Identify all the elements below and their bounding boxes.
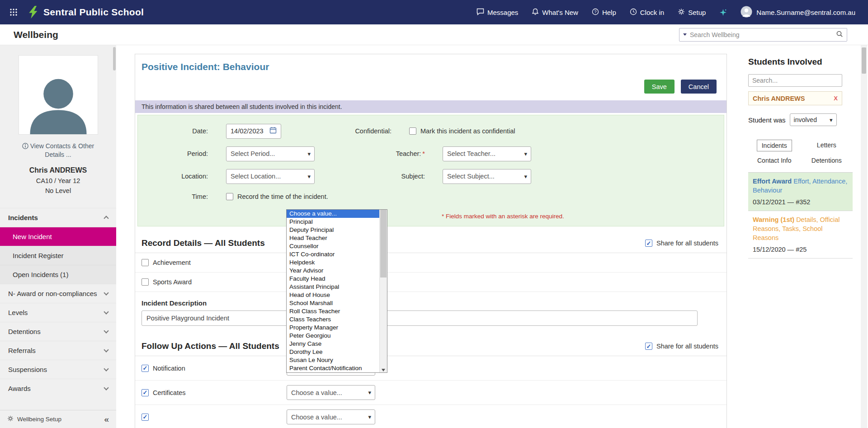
student-sidebar: View Contacts & Other Details ... Chris …	[0, 45, 116, 428]
date-field[interactable]	[226, 124, 281, 139]
dropdown-option[interactable]: Roll Class Teacher	[287, 307, 379, 315]
subject-select[interactable]: Select Subject...	[443, 169, 531, 184]
dropdown-scrollbar[interactable]	[379, 210, 387, 372]
location-label: Location:	[138, 173, 208, 180]
certificates-value-select[interactable]: Choose a value...	[287, 385, 375, 400]
dropdown-option[interactable]: Counsellor	[287, 242, 379, 250]
record-time-checkbox[interactable]	[226, 193, 233, 200]
sports-award-checkbox[interactable]	[142, 278, 149, 286]
chevron-down-icon	[104, 328, 108, 333]
student-chip-name[interactable]: Chris ANDREWS	[753, 95, 805, 102]
dropdown-option[interactable]: ICT Co-ordinator	[287, 250, 379, 259]
remove-student-button[interactable]: X	[834, 95, 838, 102]
record-share-label: Share for all students	[656, 240, 718, 247]
certificates-checkbox[interactable]	[142, 389, 149, 396]
sidebar-item-new-incident[interactable]: New Incident	[0, 227, 116, 246]
incident-form-panel: Positive Incident: Behaviour Save Cancel…	[135, 54, 727, 428]
date-input[interactable]	[231, 127, 268, 135]
teacher-select[interactable]: Select Teacher...	[443, 146, 531, 161]
dropdown-option[interactable]: Parent Contact/Notification	[287, 364, 379, 372]
view-contacts-link[interactable]: View Contacts & Other Details ...	[14, 142, 103, 159]
sentral-logo-icon[interactable]	[28, 6, 39, 19]
history-card-warning[interactable]: Warning (1st) Details, Official Reasons,…	[748, 211, 853, 259]
dropdown-option[interactable]: School Marshall	[287, 299, 379, 307]
follow-up-share-checkbox[interactable]	[645, 343, 652, 350]
history-card-title: Effort Award	[753, 178, 792, 185]
dropdown-option[interactable]: Deputy Principal	[287, 226, 379, 234]
chevron-down-icon	[104, 385, 108, 390]
dropdown-option[interactable]: Assistant Principal	[287, 283, 379, 291]
dropdown-option[interactable]: Year Advisor	[287, 267, 379, 275]
sidebar-item-detentions[interactable]: Detentions	[0, 322, 116, 341]
form-actions: Save Cancel	[644, 80, 717, 94]
whats-new-nav-item[interactable]: What's New	[532, 8, 578, 17]
dropdown-options: Choose a value... Principal Deputy Princ…	[287, 210, 379, 372]
search-icon[interactable]	[836, 30, 843, 39]
cancel-button[interactable]: Cancel	[681, 80, 717, 94]
incident-description-input[interactable]	[142, 310, 698, 326]
search-scope-caret-icon[interactable]	[683, 33, 687, 36]
dropdown-option[interactable]: Jenny Case	[287, 340, 379, 348]
dropdown-option[interactable]: Head Teacher	[287, 234, 379, 242]
notification-checkbox[interactable]	[142, 365, 149, 372]
student-was-select[interactable]: involved	[790, 113, 837, 126]
dropdown-option[interactable]: Dorothy Lee	[287, 348, 379, 356]
svg-text:?: ?	[594, 9, 596, 14]
magic-wand-icon[interactable]	[719, 9, 727, 16]
tab-contact-info[interactable]: Contact Info	[753, 155, 796, 166]
collapse-sidebar-button[interactable]: «	[104, 415, 109, 423]
dropdown-option[interactable]: Helpdesk	[287, 259, 379, 267]
achievement-label: Achievement	[153, 259, 191, 266]
scroll-down-arrow-icon[interactable]	[382, 369, 385, 372]
dropdown-option[interactable]: Peter Georgiou	[287, 332, 379, 340]
sidebar-item-awards[interactable]: Awards	[0, 379, 116, 398]
tab-detentions[interactable]: Detentions	[807, 155, 846, 166]
sidebar-item-n-award[interactable]: N- Award or non-compliances	[0, 284, 116, 303]
dropdown-scrollbar-thumb[interactable]	[380, 210, 387, 277]
dropdown-option[interactable]: Property Manager	[287, 324, 379, 332]
wellbeing-search-input[interactable]	[690, 31, 833, 38]
setup-nav-item[interactable]: Setup	[678, 8, 706, 17]
form-row-period: Period: Select Period... Teacher:* Selec…	[138, 142, 724, 165]
page-scrollbar-thumb[interactable]	[862, 47, 866, 74]
students-search-input[interactable]	[748, 74, 842, 87]
partial-row-checkbox[interactable]	[142, 414, 149, 421]
sidebar-nav: Incidents New Incident Incident Register…	[0, 208, 116, 398]
tab-letters[interactable]: Letters	[812, 140, 841, 151]
dropdown-option[interactable]: Susan Le Noury	[287, 356, 379, 364]
user-menu[interactable]: Name.Surname@sentral.com.au	[741, 6, 855, 19]
achievement-checkbox[interactable]	[142, 259, 149, 266]
partial-row-select[interactable]: Choose a value...	[287, 409, 375, 424]
sidebar-item-referrals[interactable]: Referrals	[0, 341, 116, 360]
topbar: Sentral Public School Messages What's Ne…	[0, 0, 868, 24]
confidential-checkbox[interactable]	[409, 127, 416, 135]
period-select[interactable]: Select Period...	[226, 146, 315, 161]
clock-in-nav-item[interactable]: Clock in	[630, 8, 664, 17]
dropdown-option[interactable]: Faculty Head	[287, 275, 379, 283]
help-nav-item[interactable]: ? Help	[592, 8, 616, 17]
history-card-effort-award[interactable]: Effort Award Effort, Attendance, Behavio…	[748, 173, 853, 211]
apps-grid-icon[interactable]	[5, 4, 22, 20]
messages-nav-item[interactable]: Messages	[476, 8, 518, 17]
wellbeing-setup-link[interactable]: Wellbeing Setup	[17, 416, 61, 423]
sidebar-item-suspensions[interactable]: Suspensions	[0, 360, 116, 379]
sidebar-scrollbar[interactable]	[113, 47, 116, 71]
dropdown-option[interactable]: Class Teachers	[287, 315, 379, 324]
wellbeing-search-box[interactable]	[679, 28, 847, 42]
page-scrollbar[interactable]	[861, 45, 867, 428]
save-button[interactable]: Save	[644, 80, 675, 94]
sidebar-item-open-incidents[interactable]: Open Incidents (1)	[0, 265, 116, 284]
subject-select-value: Select Subject...	[447, 173, 495, 180]
sidebar-item-incidents[interactable]: Incidents	[0, 208, 116, 227]
location-select[interactable]: Select Location...	[226, 169, 315, 184]
record-share-checkbox[interactable]	[645, 240, 652, 247]
dropdown-option[interactable]: Principal	[287, 218, 379, 226]
sidebar-item-incident-register[interactable]: Incident Register	[0, 246, 116, 265]
confidential-label: Confidential:	[281, 127, 392, 135]
chevron-down-icon	[104, 366, 108, 371]
calendar-icon[interactable]	[269, 127, 277, 136]
dropdown-option[interactable]: Choose a value...	[287, 210, 379, 218]
tab-incidents[interactable]: Incidents	[757, 140, 792, 151]
dropdown-option[interactable]: Head of House	[287, 291, 379, 299]
sidebar-item-levels[interactable]: Levels	[0, 303, 116, 322]
